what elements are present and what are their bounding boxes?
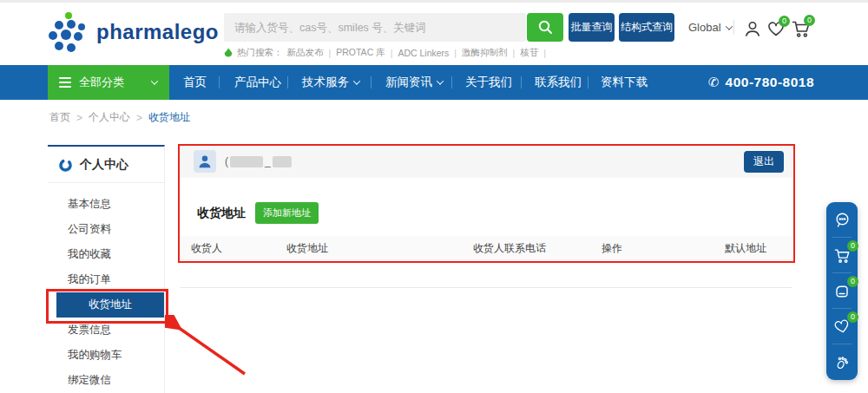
sidebar-item-wechat-binding[interactable]: 绑定微信	[48, 368, 164, 393]
username: ( _	[225, 155, 292, 167]
breadcrumb-separator: >	[136, 112, 142, 124]
hot-search-bar: 热门搜索： 新品发布 | PROTAC 库 | ADC Linkers | 激酶…	[224, 47, 547, 59]
hot-search-label: 热门搜索：	[237, 47, 283, 59]
nav-news[interactable]: 新闻资讯	[385, 65, 443, 100]
nav-downloads[interactable]: 资料下载	[601, 65, 648, 100]
phone-number: 400-780-8018	[726, 75, 815, 90]
nav-divider	[287, 76, 288, 88]
all-categories-label: 全部分类	[79, 75, 124, 90]
nav-label: 关于我们	[465, 65, 512, 100]
breadcrumb-separator: >	[76, 112, 82, 124]
topbar-divider	[733, 20, 734, 35]
brand-logo[interactable]: pharmalego	[49, 12, 219, 52]
nav-divider	[371, 76, 372, 88]
customer-service-button[interactable]	[826, 202, 858, 238]
column-default: 默认地址	[725, 236, 766, 260]
hot-search-link[interactable]: ADC Linkers	[398, 48, 449, 58]
hot-search-separator: |	[543, 48, 546, 58]
all-categories-button[interactable]: 全部分类	[48, 65, 169, 100]
toolbar-favorites-button[interactable]: 0	[826, 309, 858, 344]
redacted-text	[273, 156, 292, 167]
chevron-down-icon	[437, 77, 444, 84]
nav-tech-services[interactable]: 技术服务	[302, 65, 359, 100]
shipping-address-panel: ( _ 退出 收货地址 添加新地址 收货人 收货地址 收货人联系电话 操作 默认…	[180, 145, 792, 288]
sidebar-item-company-info[interactable]: 公司资料	[48, 217, 164, 242]
nav-divider	[521, 76, 522, 88]
annotation-arrow	[165, 315, 252, 380]
chat-icon	[834, 212, 851, 228]
phone-icon: ✆	[708, 75, 720, 90]
hot-search-link[interactable]: 新品发布	[287, 47, 324, 59]
topbar: pharmalego 热门搜索： 新品发布 | PROTAC 库 | ADC L…	[0, 3, 868, 65]
sidebar-item-shipping-address[interactable]: 收货地址	[56, 292, 164, 318]
region-label: Global	[688, 21, 721, 34]
sidebar-title: 个人中心	[80, 157, 128, 173]
nav-contact-us[interactable]: 联系我们	[535, 65, 582, 100]
username-prefix: (	[225, 155, 228, 167]
add-address-button[interactable]: 添加新地址	[255, 202, 319, 224]
browsing-history-button[interactable]	[826, 344, 858, 380]
page: pharmalego 热门搜索： 新品发布 | PROTAC 库 | ADC L…	[0, 0, 868, 393]
search-input[interactable]	[224, 13, 526, 42]
search-button[interactable]	[527, 13, 563, 42]
breadcrumb-user-center[interactable]: 个人中心	[89, 110, 130, 125]
chevron-down-icon	[725, 23, 732, 29]
molecule-logo-icon	[49, 12, 89, 52]
nav-divider	[451, 76, 452, 88]
nav-home[interactable]: 首页	[183, 65, 207, 100]
toolbar-cart-button[interactable]: 0	[826, 238, 858, 273]
sidebar-item-cart[interactable]: 我的购物车	[48, 343, 164, 368]
menu-icon	[59, 77, 71, 88]
brand-name: pharmalego	[96, 20, 219, 44]
inquiry-badge: 0	[847, 276, 858, 287]
main-navbar: 全部分类 首页 产品中心 技术服务 新闻资讯 关于我们 联系我们 资料下载 ✆ …	[0, 65, 868, 100]
column-address: 收货地址	[286, 236, 328, 260]
toolbar-favorites-badge: 0	[847, 311, 858, 323]
hot-search-link[interactable]: 激酶抑制剂	[462, 47, 508, 59]
sidebar-item-invoice-info[interactable]: 发票信息	[48, 318, 164, 343]
user-icon	[743, 19, 762, 38]
cart-count-badge: 0	[804, 15, 815, 26]
redacted-text	[230, 156, 263, 167]
user-avatar-icon	[197, 154, 213, 169]
batch-query-button[interactable]: 批量查询	[569, 13, 615, 42]
logout-button[interactable]: 退出	[744, 151, 784, 173]
breadcrumb-home[interactable]: 首页	[49, 110, 70, 125]
structure-query-button[interactable]: 结构式查询	[619, 13, 674, 42]
user-center-sidebar: 个人中心 基本信息 公司资料 我的收藏 我的订单 收货地址 发票信息 我的购物车…	[48, 145, 165, 393]
floating-toolbar: 0 0 0	[826, 202, 858, 380]
sidebar-header: 个人中心	[48, 147, 164, 183]
search-icon	[537, 19, 554, 36]
nav-label: 联系我们	[535, 65, 582, 100]
column-actions: 操作	[602, 236, 622, 260]
nav-divider	[588, 76, 589, 88]
profile-row: ( _ 退出	[180, 145, 792, 178]
account-button[interactable]	[743, 19, 762, 42]
nav-label: 产品中心	[234, 65, 281, 100]
footprint-icon	[834, 355, 850, 370]
favorites-count-badge: 0	[779, 16, 790, 27]
nav-products[interactable]: 产品中心	[234, 65, 281, 100]
cart-icon	[834, 248, 851, 264]
chevron-down-icon	[151, 77, 158, 84]
flame-icon	[224, 48, 233, 58]
hot-search-link[interactable]: PROTAC 库	[336, 47, 385, 59]
breadcrumb-current: 收货地址	[148, 110, 190, 125]
section-title: 收货地址	[197, 206, 246, 221]
breadcrumb: 首页 > 个人中心 > 收货地址	[49, 110, 190, 125]
column-consignee: 收货人	[191, 236, 222, 260]
service-phone: ✆ 400-780-8018	[708, 65, 814, 100]
nav-about-us[interactable]: 关于我们	[465, 65, 512, 100]
sidebar-item-basic-info[interactable]: 基本信息	[48, 192, 164, 217]
region-selector[interactable]: Global	[688, 21, 732, 34]
nav-label: 新闻资讯	[385, 65, 432, 100]
hot-search-link[interactable]: 核苷	[520, 47, 538, 59]
swirl-icon	[56, 154, 76, 175]
address-table-header: 收货人 收货地址 收货人联系电话 操作 默认地址	[180, 236, 792, 260]
sidebar-item-orders[interactable]: 我的订单	[48, 267, 164, 292]
section-header: 收货地址 添加新地址	[180, 178, 792, 224]
hot-search-separator: |	[329, 48, 332, 58]
nav-label: 技术服务	[302, 65, 349, 100]
sidebar-item-favorites[interactable]: 我的收藏	[48, 242, 164, 267]
inquiry-list-button[interactable]: 0	[826, 273, 858, 309]
